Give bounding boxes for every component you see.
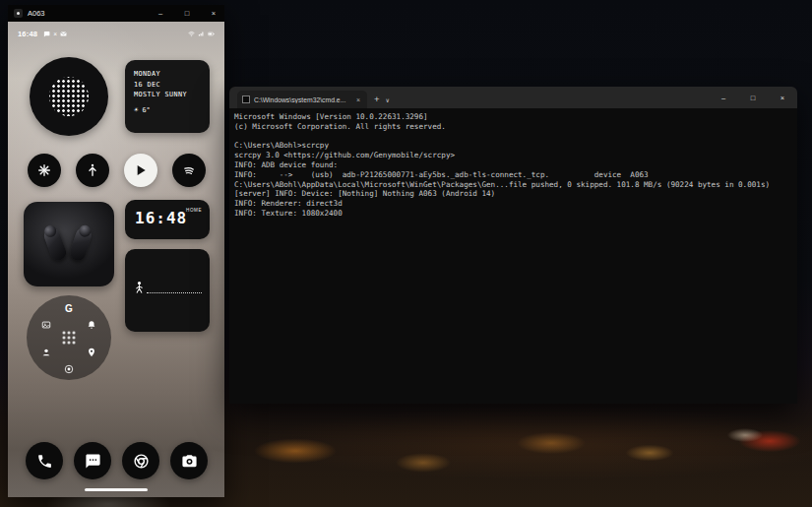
terminal-line xyxy=(234,132,797,142)
chrome-icon xyxy=(133,453,150,470)
arrow-app-icon[interactable] xyxy=(76,154,109,187)
camera-lens-icon[interactable] xyxy=(64,364,74,374)
terminal-line: [server] INFO: Device: [Nothing] Nothing… xyxy=(234,189,797,199)
person-icon[interactable] xyxy=(41,348,51,357)
walking-figure-icon xyxy=(134,281,145,294)
home-clock-label: HOME xyxy=(186,208,202,213)
home-clock-time: 16:48 xyxy=(135,211,187,226)
x-notification-icon: × xyxy=(53,31,57,37)
app-icon-row xyxy=(8,154,224,187)
terminal-window-controls: – □ × xyxy=(709,87,797,108)
camera-app-icon[interactable] xyxy=(170,442,208,479)
terminal-maximize-button[interactable]: □ xyxy=(738,87,768,108)
chat-bubble-icon xyxy=(85,453,101,470)
phone-app-icon[interactable] xyxy=(26,442,63,479)
arrow-up-icon xyxy=(85,162,100,178)
phone-handset-icon xyxy=(36,453,53,470)
terminal-line: INFO: Texture: 1080x2400 xyxy=(234,209,797,219)
terminal-minimize-button[interactable]: – xyxy=(709,87,738,108)
messages-app-icon[interactable] xyxy=(74,442,111,479)
scrcpy-window-title: A063 xyxy=(28,9,145,18)
earbud-right xyxy=(68,225,94,262)
terminal-line: scrcpy 3.0 <https://github.com/Genymobil… xyxy=(234,151,797,160)
terminal-close-button[interactable]: × xyxy=(768,87,797,108)
phone-statusbar: 16:48 × xyxy=(8,28,224,39)
chrome-app-icon[interactable] xyxy=(122,442,159,479)
asterisk-icon xyxy=(36,162,52,178)
terminal-tab-title: C:\Windows\system32\cmd.e... xyxy=(254,96,350,103)
bell-icon[interactable] xyxy=(87,320,96,330)
weather-date: 16 DEC xyxy=(134,80,210,91)
home-clock-widget[interactable]: 16:48 HOME xyxy=(125,200,210,239)
terminal-line: (c) Microsoft Corporation. All rights re… xyxy=(234,122,797,132)
tab-close-icon[interactable]: × xyxy=(354,96,362,103)
dot-matrix-clock-widget[interactable] xyxy=(30,57,108,136)
weather-condition: MOSTLY SUNNY xyxy=(134,90,210,100)
clock-dot-pattern xyxy=(49,77,89,116)
scrcpy-app-icon xyxy=(14,9,23,18)
scrcpy-minimize-button[interactable]: – xyxy=(150,5,171,22)
wifi-icon xyxy=(188,31,195,37)
weather-day: MONDAY xyxy=(134,69,210,80)
terminal-line: INFO: Renderer: direct3d xyxy=(234,199,797,209)
terminal-output[interactable]: Microsoft Windows [Version 10.0.22631.32… xyxy=(229,108,797,404)
scrcpy-titlebar[interactable]: A063 – □ × xyxy=(8,5,224,22)
phone-screen[interactable]: 16:48 × MONDAY 16 DEC MOSTLY SUNNY ☀ 6° xyxy=(8,22,224,497)
battery-icon xyxy=(208,31,215,37)
play-triangle-icon xyxy=(133,162,149,178)
dotted-path-line xyxy=(147,292,202,293)
new-tab-button[interactable]: + xyxy=(374,94,380,104)
tab-dropdown-icon[interactable]: ∨ xyxy=(386,96,390,103)
terminal-line: C:\Users\ABohl\AppData\Local\Microsoft\W… xyxy=(234,180,797,190)
scrcpy-window: A063 – □ × 16:48 × MONDAY 16 DEC MOSTLY … xyxy=(8,5,224,497)
terminal-titlebar[interactable]: C:\Windows\system32\cmd.e... × + ∨ – □ × xyxy=(229,87,797,108)
terminal-tab[interactable]: C:\Windows\system32\cmd.e... × xyxy=(237,91,367,108)
dock xyxy=(8,442,224,481)
steps-widget[interactable] xyxy=(125,249,210,332)
chat-notification-icon xyxy=(43,31,50,37)
photos-icon[interactable] xyxy=(41,320,51,330)
terminal-line: INFO: ADB device found: xyxy=(234,160,797,170)
terminal-line: C:\Users\ABohl>scrcpy xyxy=(234,141,797,151)
terminal-line: INFO: --> (usb) adb-P21265000771-aEy5bs.… xyxy=(234,170,797,180)
play-store-app-icon[interactable] xyxy=(124,154,157,187)
home-indicator[interactable] xyxy=(85,488,148,491)
google-g-icon: G xyxy=(65,303,73,314)
google-folder-widget[interactable]: G xyxy=(27,295,111,380)
earbud-left xyxy=(42,225,69,262)
sun-icon: ☀ xyxy=(134,105,139,115)
signal-icon xyxy=(198,31,205,37)
spotify-waves-icon xyxy=(181,162,197,178)
location-pin-icon[interactable] xyxy=(87,348,96,357)
dial-dot-grid xyxy=(62,331,77,346)
spotify-app-icon[interactable] xyxy=(172,154,206,187)
earbuds-widget[interactable] xyxy=(24,202,114,286)
mail-notification-icon xyxy=(60,31,67,37)
weather-widget[interactable]: MONDAY 16 DEC MOSTLY SUNNY ☀ 6° xyxy=(125,60,210,133)
terminal-window: C:\Windows\system32\cmd.e... × + ∨ – □ ×… xyxy=(229,87,797,404)
terminal-line: Microsoft Windows [Version 10.0.22631.32… xyxy=(234,112,797,122)
cmd-icon xyxy=(242,95,250,103)
scrcpy-maximize-button[interactable]: □ xyxy=(176,5,198,22)
scrcpy-close-button[interactable]: × xyxy=(203,5,224,22)
camera-icon xyxy=(181,453,198,470)
weather-temp: 6° xyxy=(143,105,151,115)
statusbar-time: 16:48 xyxy=(18,30,37,38)
asterisk-app-icon[interactable] xyxy=(28,154,61,187)
